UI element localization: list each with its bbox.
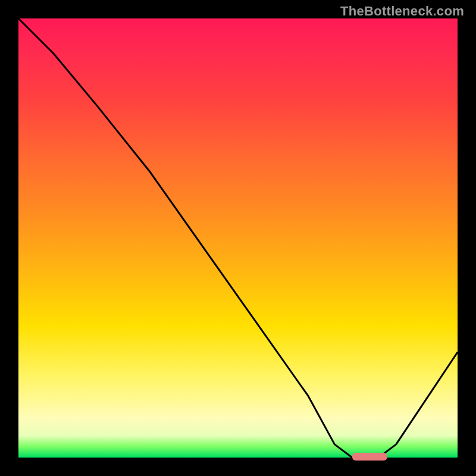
optimal-marker [352, 453, 387, 461]
chart-frame: TheBottleneck.com [0, 0, 476, 476]
watermark-text: TheBottleneck.com [340, 4, 464, 19]
curve-overlay [18, 18, 458, 458]
bottleneck-curve [18, 18, 458, 458]
